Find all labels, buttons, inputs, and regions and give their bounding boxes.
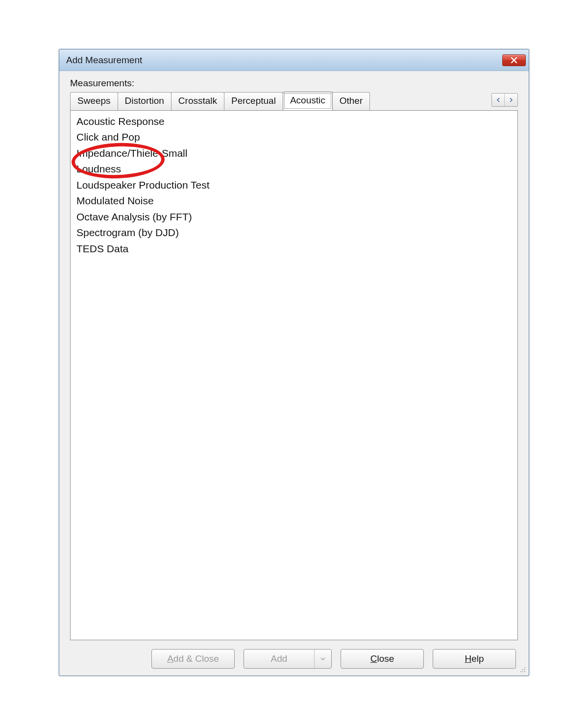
measurements-listbox[interactable]: Acoustic ResponseClick and PopImpedance/…: [70, 110, 518, 640]
close-label: Close: [370, 653, 394, 664]
list-item[interactable]: Modulated Noise: [75, 193, 513, 209]
resize-grip-icon: [519, 666, 527, 674]
chevron-left-icon: [496, 97, 500, 102]
tab-distortion[interactable]: Distortion: [118, 92, 172, 111]
tab-strip: SweepsDistortionCrosstalkPerceptualAcous…: [70, 92, 518, 110]
tab-other[interactable]: Other: [332, 92, 370, 111]
svg-point-3: [520, 671, 521, 672]
close-window-button[interactable]: [502, 54, 526, 66]
titlebar: Add Measurement: [59, 49, 529, 71]
tab-acoustic[interactable]: Acoustic: [283, 92, 333, 110]
list-item[interactable]: Click and Pop: [75, 129, 513, 145]
measurements-label: Measurements:: [70, 78, 518, 89]
svg-point-5: [524, 671, 525, 672]
svg-point-4: [522, 671, 523, 672]
add-label: Add: [271, 653, 288, 664]
svg-point-1: [522, 669, 523, 670]
close-button[interactable]: Close: [341, 649, 424, 669]
list-item[interactable]: Octave Analysis (by FFT): [75, 209, 513, 225]
add-and-close-button[interactable]: Add & Close: [151, 649, 235, 669]
add-button-dropdown[interactable]: [315, 650, 331, 668]
list-item[interactable]: TEDS Data: [75, 241, 513, 257]
list-item[interactable]: Acoustic Response: [75, 114, 513, 129]
list-item[interactable]: Loudness: [75, 161, 513, 177]
list-item[interactable]: Spectrogram (by DJD): [75, 225, 513, 241]
chevron-right-icon: [509, 97, 513, 102]
list-item[interactable]: Impedance/Thiele-Small: [75, 145, 513, 161]
caret-down-icon: [320, 657, 325, 660]
dialog-button-row: Add & Close Add Close Help: [70, 640, 518, 671]
add-split-button[interactable]: Add: [244, 649, 332, 669]
tab-scroll-right-button[interactable]: [505, 94, 517, 106]
tab-crosstalk[interactable]: Crosstalk: [171, 92, 224, 111]
resize-grip[interactable]: [519, 666, 527, 674]
tab-perceptual[interactable]: Perceptual: [224, 92, 283, 111]
tab-scroll-left-button[interactable]: [492, 94, 505, 106]
tab-scroll: [491, 93, 518, 107]
add-and-close-label: Add & Close: [167, 653, 219, 664]
add-button-main[interactable]: Add: [244, 650, 315, 668]
window-title: Add Measurement: [66, 55, 502, 66]
help-button[interactable]: Help: [433, 649, 516, 669]
list-item[interactable]: Loudspeaker Production Test: [75, 177, 513, 193]
svg-point-2: [524, 669, 525, 670]
help-label: Help: [465, 653, 484, 664]
close-icon: [510, 57, 518, 63]
add-measurement-dialog: Add Measurement Measurements: SweepsDist…: [59, 49, 529, 676]
svg-point-0: [524, 667, 525, 668]
tab-sweeps[interactable]: Sweeps: [70, 92, 118, 111]
